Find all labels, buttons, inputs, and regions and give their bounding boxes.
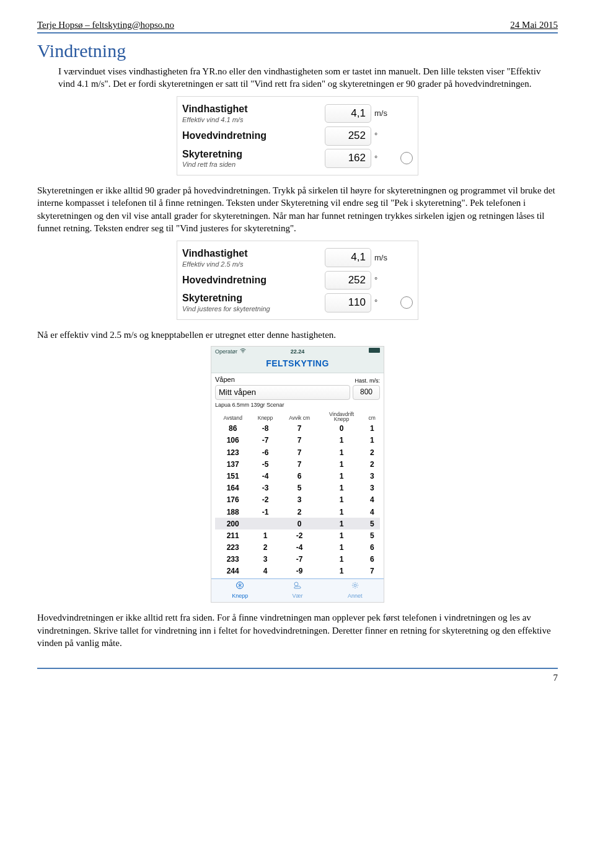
phone-screenshot: Operatør 22.24 FELTSKYTING Våpen Hast. m… <box>211 346 384 603</box>
wind-value-input[interactable]: 162 <box>325 149 371 168</box>
ammo-text: Lapua 6.5mm 139gr Scenar <box>215 401 380 409</box>
compass-circle-button[interactable] <box>400 296 413 309</box>
table-cell: 7 <box>280 423 319 435</box>
phone-tab-bar: KneppVærAnnet <box>211 578 384 602</box>
table-cell: 3 <box>364 482 380 494</box>
wind-value-input[interactable]: 252 <box>325 271 371 290</box>
table-cell: 7 <box>280 446 319 458</box>
table-cell: 6 <box>364 554 380 565</box>
table-cell: 1 <box>250 529 280 541</box>
table-cell: 233 <box>215 554 250 565</box>
tab-label: Vær <box>293 593 303 599</box>
table-cell: 5 <box>364 529 380 541</box>
table-row: 200015 <box>215 518 380 529</box>
table-cell: -9 <box>280 565 319 577</box>
weather-icon <box>269 581 327 591</box>
svg-point-2 <box>354 584 356 587</box>
table-header: Avstand <box>215 411 250 423</box>
wind-unit: ° <box>374 130 398 141</box>
table-cell: 6 <box>364 542 380 554</box>
wind-row: Hovedvindretning252° <box>182 271 413 290</box>
table-cell: 1 <box>319 435 364 446</box>
wind-panel-2: VindhastighetEffektiv vind 2.5 m/s4,1m/s… <box>177 241 418 320</box>
table-cell: 1 <box>364 435 380 446</box>
wind-row-subtitle: Effektiv vind 4.1 m/s <box>182 115 325 125</box>
target-icon <box>211 581 269 591</box>
table-cell: 164 <box>215 482 250 494</box>
table-cell: 7 <box>364 565 380 577</box>
table-cell: 1 <box>319 554 364 565</box>
weapon-input[interactable]: Mitt våpen <box>215 385 350 400</box>
wind-unit: m/s <box>374 108 398 119</box>
wind-row: Hovedvindretning252° <box>182 126 413 146</box>
table-cell: 137 <box>215 458 250 470</box>
table-cell: -7 <box>280 554 319 565</box>
table-cell: 123 <box>215 446 250 458</box>
wind-row-subtitle: Vind rett fra siden <box>182 160 325 169</box>
table-cell: 6 <box>280 470 319 482</box>
table-cell <box>250 518 280 529</box>
weapon-label: Våpen <box>215 375 235 384</box>
wind-row-title: Skyteretning <box>182 148 325 161</box>
gear-icon <box>326 581 384 591</box>
table-cell: 211 <box>215 529 250 541</box>
table-cell: -7 <box>250 435 280 446</box>
wind-value-input[interactable]: 110 <box>325 293 371 312</box>
wind-row-title: Hovedvindretning <box>182 129 325 143</box>
tab-label: Knepp <box>232 593 248 599</box>
wind-row-title: Vindhastighet <box>182 102 325 116</box>
wind-row: SkyteretningVind justeres for skyteretni… <box>182 291 413 313</box>
compass-circle-button[interactable] <box>400 152 413 164</box>
header-date: 24 Mai 2015 <box>510 19 558 31</box>
page-number: 7 <box>37 669 558 684</box>
table-row: 106-7711 <box>215 435 380 446</box>
tab-annet[interactable]: Annet <box>326 579 384 602</box>
table-row: 188-1214 <box>215 506 380 518</box>
table-row: 86-8701 <box>215 423 380 435</box>
table-cell: 1 <box>319 482 364 494</box>
speed-input[interactable]: 800 <box>353 385 380 400</box>
table-cell: 5 <box>280 482 319 494</box>
wind-value-input[interactable]: 252 <box>325 126 371 146</box>
table-cell: 2 <box>364 446 380 458</box>
table-cell: 3 <box>280 494 319 506</box>
table-cell: 86 <box>215 423 250 435</box>
wind-unit: ° <box>374 275 398 286</box>
table-cell: 7 <box>280 435 319 446</box>
table-cell: 176 <box>215 494 250 506</box>
table-cell: -6 <box>250 446 280 458</box>
wind-row: VindhastighetEffektiv vind 4.1 m/s4,1m/s <box>182 102 413 124</box>
wind-value-input[interactable]: 4,1 <box>325 104 371 123</box>
app-title: FELTSKYTING <box>211 356 384 373</box>
table-cell: 188 <box>215 506 250 518</box>
table-cell: 1 <box>319 542 364 554</box>
wind-value-input[interactable]: 4,1 <box>325 248 371 267</box>
table-cell: 1 <box>319 494 364 506</box>
table-cell: 1 <box>364 423 380 435</box>
table-cell: 2 <box>364 458 380 470</box>
paragraph-1: I værvinduet vises vindhastigheten fra Y… <box>37 65 558 91</box>
table-row: 123-6712 <box>215 446 380 458</box>
wind-unit: ° <box>374 297 398 308</box>
table-cell: -8 <box>250 423 280 435</box>
wind-row-subtitle: Vind justeres for skyteretning <box>182 304 325 314</box>
tab-vær[interactable]: Vær <box>269 579 327 602</box>
wind-unit: ° <box>374 153 398 164</box>
table-row: 2111-215 <box>215 529 380 541</box>
table-row: 2333-716 <box>215 554 380 565</box>
table-cell: 1 <box>319 565 364 577</box>
tab-knepp[interactable]: Knepp <box>211 579 269 602</box>
paragraph-3: Nå er effektiv vind 2.5 m/s og knepptabe… <box>37 329 558 341</box>
section-title: Vindretning <box>37 38 558 64</box>
table-cell: 0 <box>319 423 364 435</box>
table-cell: -2 <box>250 494 280 506</box>
table-cell: 244 <box>215 565 250 577</box>
wind-row-title: Hovedvindretning <box>182 273 325 287</box>
document-header: Terje Hopsø – feltskyting@hopso.no 24 Ma… <box>37 19 558 33</box>
wind-row: SkyteretningVind rett fra siden162° <box>182 148 413 169</box>
table-row: 137-5712 <box>215 458 380 470</box>
table-cell: 4 <box>364 506 380 518</box>
table-header: cm <box>364 411 380 423</box>
table-row: 151-4613 <box>215 470 380 482</box>
wind-unit: m/s <box>374 252 398 264</box>
